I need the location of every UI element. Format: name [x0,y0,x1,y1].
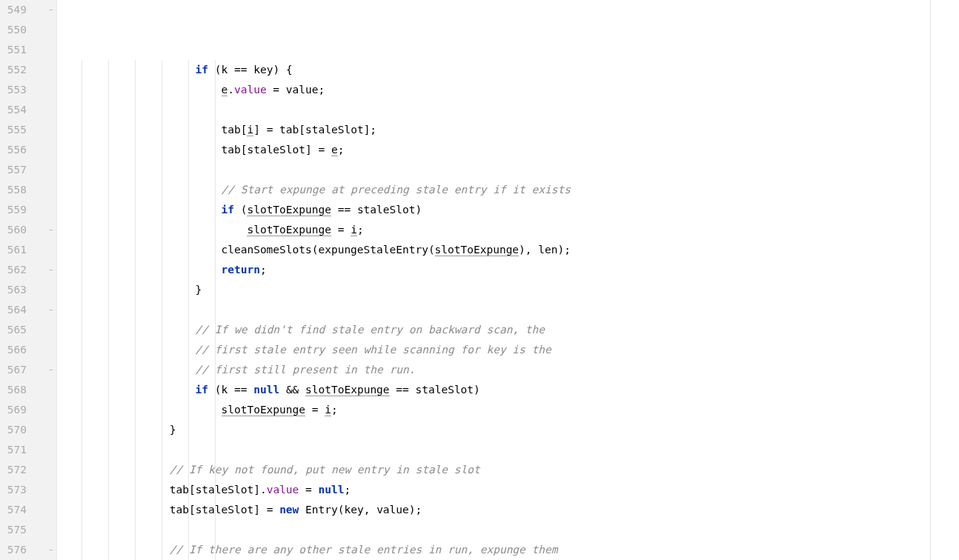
line-number[interactable]: 559 [0,200,27,220]
indent-guide [82,160,82,180]
identifier: tab [222,144,241,156]
code-line[interactable] [66,520,959,540]
line-number[interactable]: 566 [0,340,27,360]
indent-guide [188,340,189,360]
line-number[interactable]: 558 [0,180,27,200]
identifier-reassigned: i [351,224,357,236]
code-line[interactable]: // If there are any other stale entries … [66,540,959,560]
code-line[interactable]: if (k == null && slotToExpunge == staleS… [66,380,959,400]
line-number[interactable]: 570 [0,420,27,440]
code-line[interactable]: // first still present in the run. [66,360,959,380]
line-number[interactable]: 553 [0,80,27,100]
identifier: staleSlot [196,504,254,516]
code-area[interactable]: if (k == key) { e.value = value; tab[i] … [57,0,959,560]
code-line[interactable]: return; [66,260,959,280]
indent-guide [135,80,136,100]
punct: [ [189,504,196,516]
indent [66,284,196,296]
line-number[interactable]: 568 [0,380,27,400]
indent-guide [108,240,109,260]
code-line[interactable] [66,440,959,460]
line-number[interactable]: 550 [0,20,27,40]
code-line[interactable]: // Start expunge at preceding stale entr… [66,180,959,200]
indent [66,324,196,336]
identifier-reassigned: slotToExpunge [247,224,331,236]
code-line[interactable]: tab[staleSlot].value = null; [66,480,959,500]
code-line[interactable]: } [66,420,959,440]
operator: == [338,204,351,216]
code-line[interactable] [66,160,959,180]
identifier: Entry [305,504,338,516]
fold-marker-icon[interactable]: − [47,6,55,13]
code-line[interactable]: e.value = value; [66,80,959,100]
identifier: len [538,244,557,256]
indent-guide [135,400,136,420]
code-line[interactable]: slotToExpunge = i; [66,220,959,240]
indent-guide [188,400,189,420]
indent-guide [135,180,136,200]
line-number[interactable]: 567 [0,360,27,380]
line-number[interactable]: 571 [0,440,27,460]
line-number[interactable]: 551 [0,40,27,60]
punct [390,384,396,396]
code-line[interactable]: tab[staleSlot] = e; [66,140,959,160]
punct: ]; [364,124,376,136]
indent-guide [135,220,136,240]
line-number[interactable]: 564 [0,300,27,320]
line-number[interactable]: 552 [0,60,27,80]
line-number[interactable]: 574 [0,500,27,520]
line-number[interactable]: 561 [0,240,27,260]
indent-guide [215,320,216,340]
line-number[interactable]: 557 [0,160,27,180]
line-number[interactable]: 565 [0,320,27,340]
code-line[interactable]: cleanSomeSlots(expungeStaleEntry(slotToE… [66,240,959,260]
code-line[interactable] [66,100,959,120]
indent-guide [215,360,216,380]
line-number[interactable]: 576 [0,540,27,560]
code-line[interactable]: if (slotToExpunge == staleSlot) [66,200,959,220]
indent-guide [162,340,162,360]
code-editor[interactable]: 549−550551552553554555556557558559560−56… [0,0,959,560]
code-line[interactable]: if (k == key) { [66,60,959,80]
code-line[interactable]: } [66,280,959,300]
indent-guide [215,420,216,440]
line-number[interactable]: 575 [0,520,27,540]
indent-guide [215,60,216,80]
code-line[interactable]: // If we didn't find stale entry on back… [66,320,959,340]
indent-guide [215,100,216,120]
code-line[interactable]: // first stale entry seen while scanning… [66,340,959,360]
indent-guide [108,200,109,220]
punct: ] = [253,504,279,516]
line-number[interactable]: 560 [0,220,27,240]
line-number-gutter[interactable]: 549−550551552553554555556557558559560−56… [0,0,57,560]
indent-guide [188,360,189,380]
code-line[interactable] [66,300,959,320]
code-line[interactable]: tab[staleSlot] = new Entry(key, value); [66,500,959,520]
line-number[interactable]: 555 [0,120,27,140]
line-number[interactable]: 549 [0,0,27,20]
line-number[interactable]: 563 [0,280,27,300]
keyword: null [253,384,279,396]
indent-guide [188,440,189,460]
line-number[interactable]: 554 [0,100,27,120]
fold-marker-icon[interactable]: − [47,306,55,313]
indent-guide [108,120,109,140]
code-line[interactable]: tab[i] = tab[staleSlot]; [66,120,959,140]
indent-guide [215,120,216,140]
punct: ); [558,244,571,256]
indent-guide [108,260,109,280]
fold-marker-icon[interactable]: − [47,226,55,233]
code-line[interactable]: // If key not found, put new entry in st… [66,460,959,480]
fold-marker-icon[interactable]: − [47,366,55,373]
fold-marker-icon[interactable]: − [47,266,55,273]
fold-marker-icon[interactable]: − [47,546,55,553]
line-number[interactable]: 572 [0,460,27,480]
line-number[interactable]: 556 [0,140,27,160]
indent-guide [162,160,162,180]
line-number[interactable]: 573 [0,480,27,500]
line-number[interactable]: 562 [0,260,27,280]
indent-guide [162,140,162,160]
identifier-reassigned: slotToExpunge [247,204,331,216]
code-line[interactable]: slotToExpunge = i; [66,400,959,420]
line-number[interactable]: 569 [0,400,27,420]
